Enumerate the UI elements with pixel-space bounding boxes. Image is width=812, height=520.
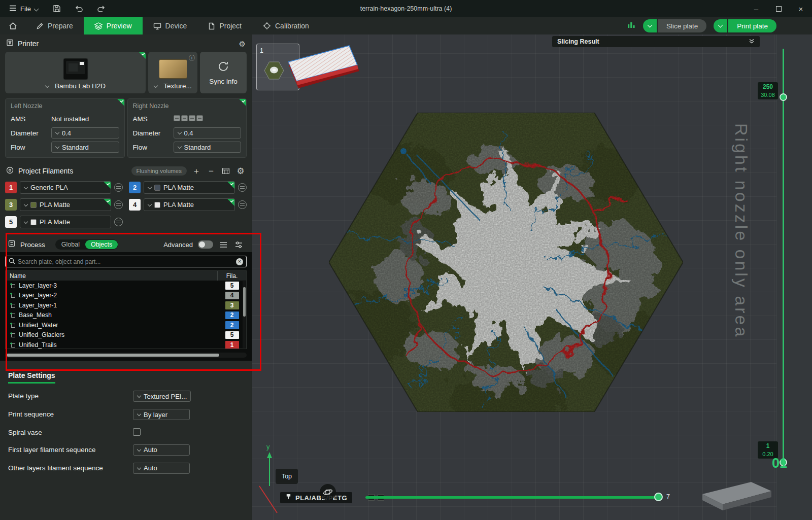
layer-slider-track[interactable] [783, 49, 784, 464]
step-slider-track[interactable] [365, 496, 659, 499]
object-filament-chip[interactable]: 1 [225, 341, 239, 349]
setting-select[interactable]: Textured PEI... [133, 391, 191, 402]
close-button[interactable]: × [790, 0, 812, 17]
horizontal-scrollbar[interactable] [5, 353, 247, 358]
object-row[interactable]: Unified_Trails1 [6, 340, 246, 349]
object-filament-chip[interactable]: 4 [225, 292, 239, 300]
vertical-scrollbar[interactable] [243, 281, 246, 348]
tab-device[interactable]: Device [143, 17, 198, 34]
horizontal-scrollbar-thumb[interactable] [7, 354, 219, 357]
clear-search-icon[interactable]: × [236, 258, 243, 265]
undo-button[interactable] [72, 2, 87, 15]
filament-edit-button[interactable] [238, 183, 247, 192]
terrain-model-hexagon[interactable] [329, 113, 683, 412]
scope-objects-option[interactable]: Objects [85, 240, 118, 249]
object-row[interactable]: Layer_layer-35 [6, 281, 246, 291]
home-button[interactable] [0, 17, 25, 34]
file-menu-button[interactable]: File [5, 3, 42, 15]
object-filament-chip[interactable]: 5 [225, 331, 239, 339]
objects-table-header: Name Fila. [6, 271, 246, 281]
print-plate-label[interactable]: Print plate [728, 19, 776, 32]
plate-settings-title: Plate Settings [8, 371, 55, 384]
filament-select[interactable]: PLA Matte [144, 198, 235, 211]
view-orientation-label[interactable]: Top [276, 469, 298, 484]
filament-edit-button[interactable] [114, 218, 123, 226]
step-value-label: 7 [666, 493, 670, 500]
scope-toggle: Global Objects [55, 239, 119, 250]
setting-select[interactable]: Auto [133, 463, 190, 474]
plate-stats-icon[interactable] [627, 21, 636, 31]
object-name: Layer_layer-2 [19, 292, 218, 299]
printer-icon [6, 39, 14, 48]
object-name: Unified_Trails [19, 341, 218, 349]
info-icon[interactable]: ⓘ [189, 53, 195, 62]
slice-plate-button[interactable]: Slice plate [643, 19, 706, 32]
printer-section-title: Printer [18, 40, 39, 48]
sync-info-label: Sync info [209, 78, 238, 85]
filament-edit-button[interactable] [114, 183, 123, 192]
object-row[interactable]: Base_Mesh2 [6, 310, 246, 321]
minimize-button[interactable]: – [745, 0, 767, 17]
viewport-3d[interactable]: 1 Slicing Result Right nozzle only area [252, 34, 812, 520]
object-filament-chip[interactable]: 2 [225, 311, 239, 320]
slice-plate-label[interactable]: Slice plate [658, 19, 706, 32]
object-filament-chip[interactable]: 3 [225, 301, 239, 309]
filament-select[interactable]: Generic PLA [20, 181, 111, 194]
tab-calibration[interactable]: Calibration [252, 17, 320, 34]
step-slider-handle[interactable] [654, 493, 663, 501]
remove-filament-button[interactable]: − [206, 166, 216, 176]
orbit-cube-icon [323, 487, 333, 497]
printer-settings-gear-icon[interactable]: ⚙ [239, 40, 246, 48]
right-diameter-select[interactable]: 0.4 [174, 127, 242, 138]
filament-select[interactable]: PLA Matte [20, 198, 111, 211]
orientation-reset-button[interactable] [320, 484, 336, 500]
print-plate-button[interactable]: Print plate [714, 19, 776, 32]
object-filament-chip[interactable]: 5 [225, 282, 239, 290]
object-row[interactable]: Layer_layer-13 [6, 300, 246, 310]
tab-project[interactable]: Project [197, 17, 252, 34]
spiral-vase-checkbox[interactable] [133, 428, 141, 436]
object-row[interactable]: Unified_Glaciers5 [6, 330, 246, 340]
tab-preview[interactable]: Preview [84, 17, 143, 34]
flushing-volumes-button[interactable]: Flushing volumes [131, 166, 187, 176]
tune-icon[interactable] [233, 239, 244, 250]
tab-prepare[interactable]: Prepare [25, 17, 84, 34]
left-flow-select[interactable]: Standard [51, 142, 119, 153]
print-options-chevron[interactable] [714, 19, 727, 32]
advanced-toggle[interactable] [198, 240, 213, 249]
object-row[interactable]: Unified_Water2 [6, 320, 246, 330]
add-filament-button[interactable]: + [191, 166, 201, 176]
maximize-button[interactable] [767, 0, 790, 17]
scope-global-option[interactable]: Global [56, 240, 85, 249]
axis-y-label: y [266, 443, 270, 450]
collapse-chevron-icon[interactable] [749, 38, 755, 45]
filament-number-chip: 2 [129, 182, 141, 193]
setting-select[interactable]: By layer [133, 409, 190, 420]
filament-select[interactable]: PLA Matte [20, 216, 111, 228]
sync-info-button[interactable]: Sync info [200, 52, 247, 93]
filament-select[interactable]: PLA Matte [144, 181, 235, 194]
filament-edit-button[interactable] [114, 200, 123, 209]
slice-options-chevron[interactable] [643, 19, 657, 32]
right-flow-select[interactable]: Standard [174, 142, 242, 153]
setting-select[interactable]: Auto [133, 444, 190, 456]
printer-select-card[interactable]: Bambu Lab H2D [5, 52, 146, 93]
save-button[interactable] [49, 2, 64, 15]
redo-button[interactable] [94, 2, 109, 15]
object-filament-chip[interactable]: 2 [225, 321, 239, 329]
column-header-fila[interactable]: Fila. [218, 272, 246, 280]
plate-texture-card[interactable]: Texture... ⓘ [148, 52, 197, 93]
slicing-result-panel[interactable]: Slicing Result [552, 36, 760, 47]
ams-mapping-icon[interactable] [221, 166, 231, 176]
list-view-icon[interactable] [218, 239, 228, 250]
object-row[interactable]: Layer_layer-24 [6, 291, 246, 301]
column-header-name[interactable]: Name [6, 271, 218, 281]
filament-settings-gear-icon[interactable]: ⚙ [235, 166, 246, 176]
process-panel: Process Global Objects Advanced × [0, 237, 252, 361]
left-diameter-select[interactable]: 0.4 [51, 127, 119, 138]
process-search-input[interactable] [18, 258, 233, 265]
left-nozzle-title: Left Nozzle [11, 102, 119, 110]
filament-edit-button[interactable] [238, 200, 247, 209]
vertical-scrollbar-thumb[interactable] [243, 287, 246, 317]
layer-slider-top-handle[interactable] [780, 93, 787, 101]
